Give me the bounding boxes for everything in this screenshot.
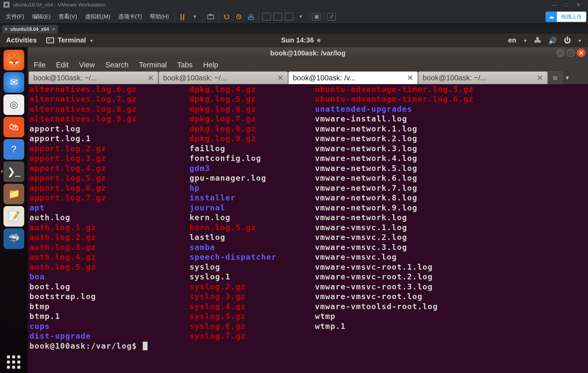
fullscreen-icon[interactable]: ⤢: [327, 13, 336, 21]
dock-terminal-icon[interactable]: ❯_: [4, 161, 24, 182]
ls-row: auth.log.3.gzsambavmware-vmsvc.3.log: [30, 242, 586, 252]
ls-entry: alternatives.log.7.gz: [30, 94, 190, 104]
ls-entry: syslog.2.gz: [190, 282, 315, 291]
pause-icon[interactable]: ||: [178, 12, 187, 21]
console-icon[interactable]: ▣: [312, 13, 321, 21]
close-icon[interactable]: ✕: [52, 27, 56, 32]
dock-help-icon[interactable]: ?: [4, 139, 24, 160]
ls-entry: vmware-vmsvc.1.log: [315, 222, 586, 232]
vm-running-icon: [4, 28, 8, 31]
close-button[interactable]: ✕: [572, 2, 584, 8]
minimize-button[interactable]: —: [548, 2, 560, 8]
revert-icon[interactable]: [222, 12, 232, 21]
term-menu-help[interactable]: Help: [203, 61, 218, 70]
term-menu-file[interactable]: File: [34, 61, 46, 70]
network-icon[interactable]: 🖧: [534, 37, 541, 44]
terminal-icon: [46, 37, 54, 43]
dock-rhythmbox-icon[interactable]: ◎: [4, 94, 24, 115]
terminal-tab-label: book@100ask: ~/...: [163, 74, 227, 82]
ls-row: auth.log.5.gzsyslogvmware-vmsvc-root.1.l…: [30, 262, 586, 272]
window-close-button[interactable]: ✕: [577, 48, 585, 57]
vmware-tab-label: ubuntu18.04_x64: [10, 27, 49, 32]
clock-area[interactable]: Sun 14:36: [103, 37, 499, 44]
active-app-indicator[interactable]: Terminal ▼: [46, 37, 94, 44]
tab-dropdown-button[interactable]: ▼: [563, 71, 572, 84]
ls-entry: alternatives.log.9.gz: [30, 114, 190, 124]
ls-entry: vmware-install.log: [315, 114, 586, 124]
ls-entry: vmware-network.8.log: [315, 193, 586, 203]
menu-file[interactable]: 文件(F): [2, 13, 28, 21]
close-icon[interactable]: ✕: [277, 73, 283, 82]
maximize-button[interactable]: □: [560, 2, 573, 8]
terminal-tab[interactable]: book@100ask: ~/...✕: [158, 71, 288, 84]
term-menu-tabs[interactable]: Tabs: [177, 61, 193, 70]
input-lang-label[interactable]: en: [508, 37, 516, 44]
snapshot-manager-icon[interactable]: [246, 12, 256, 21]
menu-tabs[interactable]: 选项卡(T): [114, 13, 146, 21]
gnome-desktop: 🦊 ✉ ◎ 🛍 ? ❯_ 📁 📝 🦈 book@100ask: /var/log: [0, 47, 588, 373]
ls-entry: vmware-vmsvc.3.log: [315, 242, 586, 252]
shell-prompt[interactable]: book@100ask:/var/log$: [30, 341, 586, 351]
cloud-upload-button[interactable]: ☁ 拖拽上传: [545, 11, 586, 22]
ls-row: cupssyslog.6.gzwtmp.1: [30, 321, 586, 331]
close-icon[interactable]: ✕: [407, 73, 413, 82]
ls-entry: syslog.1: [190, 272, 315, 281]
term-menu-view[interactable]: View: [79, 61, 95, 70]
notification-dot-icon: [317, 39, 321, 42]
gnome-topbar: Activities Terminal ▼ Sun 14:36 en ▼ 🖧 🔊…: [0, 34, 588, 47]
dock-thunderbird-icon[interactable]: ✉: [4, 72, 24, 93]
view-single-icon[interactable]: [262, 13, 271, 21]
view-unity-icon[interactable]: [285, 13, 294, 21]
dock-files-icon[interactable]: 📁: [4, 184, 24, 204]
guest-display[interactable]: Activities Terminal ▼ Sun 14:36 en ▼ 🖧 🔊…: [0, 34, 588, 373]
terminal-tab[interactable]: book@100ask: /v...✕: [288, 71, 418, 84]
ls-entry: vmware-vmsvc-root.1.log: [315, 262, 586, 272]
term-menu-terminal[interactable]: Terminal: [139, 61, 167, 70]
term-menu-search[interactable]: Search: [105, 61, 129, 70]
close-icon[interactable]: ✕: [537, 73, 543, 82]
terminal-menubar: File Edit View Search Terminal Tabs Help: [28, 59, 588, 71]
activities-button[interactable]: Activities: [6, 37, 37, 44]
terminal-tab[interactable]: book@100ask: ~/...✕: [418, 71, 548, 84]
show-applications-button[interactable]: [5, 354, 22, 371]
terminal-tab[interactable]: book@100ask: ~/...✕: [28, 71, 158, 84]
dropdown-icon[interactable]: ▾: [190, 12, 200, 21]
dock-software-icon[interactable]: 🛍: [4, 117, 24, 137]
menu-view[interactable]: 查看(V): [54, 13, 81, 21]
snapshot-take-icon[interactable]: [234, 12, 244, 21]
ls-entry: ubuntu-advantage-timer.log.5.gz: [315, 84, 586, 94]
dropdown2-icon[interactable]: ▾: [296, 12, 306, 21]
menu-help[interactable]: 帮助(H): [146, 13, 173, 21]
ls-entry: auth.log.5.gz: [30, 262, 190, 272]
view-multi-icon[interactable]: [274, 13, 282, 21]
terminal-output[interactable]: alternatives.log.6.gzdpkg.log.4.gzubuntu…: [28, 84, 588, 373]
terminal-tab-label: book@100ask: ~/...: [423, 74, 486, 82]
ls-row: auth.log.2.gzlastlogvmware-vmsvc.2.log: [30, 232, 586, 242]
menu-edit[interactable]: 编辑(E): [28, 13, 54, 21]
close-icon[interactable]: ✕: [148, 73, 154, 82]
window-minimize-button[interactable]: –: [556, 48, 565, 57]
term-menu-edit[interactable]: Edit: [56, 61, 69, 70]
ls-row: apport.log.2.gzfaillogvmware-network.3.l…: [30, 143, 586, 153]
vmware-tab[interactable]: ubuntu18.04_x64 ✕: [2, 25, 58, 34]
ls-entry: faillog: [190, 143, 315, 153]
snapshot-icon[interactable]: [206, 12, 216, 21]
ls-entry: apport.log: [30, 124, 190, 133]
volume-icon[interactable]: 🔊: [548, 36, 557, 44]
ls-entry: btmp.1: [30, 311, 190, 321]
dock-wireshark-icon[interactable]: 🦈: [4, 228, 24, 249]
ls-entry: vmware-network.log: [315, 213, 586, 222]
ls-entry: bootstrap.log: [30, 291, 190, 301]
menu-vm[interactable]: 虚拟机(M): [81, 13, 114, 21]
window-maximize-button[interactable]: ◻: [566, 48, 575, 57]
power-icon[interactable]: ⏻: [564, 37, 571, 44]
tab-overflow-button[interactable]: ⧉: [548, 71, 562, 84]
ls-entry: kern.log.5.gz: [190, 222, 315, 232]
dock-firefox-icon[interactable]: 🦊: [4, 50, 24, 70]
cloud-icon: ☁: [545, 11, 557, 22]
ls-entry: boa: [30, 272, 190, 281]
dock-notes-icon[interactable]: 📝: [4, 206, 24, 227]
vmware-menubar: 文件(F) 编辑(E) 查看(V) 虚拟机(M) 选项卡(T) 帮助(H) ||…: [0, 9, 588, 24]
terminal-titlebar[interactable]: book@100ask: /var/log – ◻ ✕: [28, 47, 588, 59]
system-tray[interactable]: en ▼ 🖧 🔊 ⏻ ▼: [508, 36, 582, 44]
